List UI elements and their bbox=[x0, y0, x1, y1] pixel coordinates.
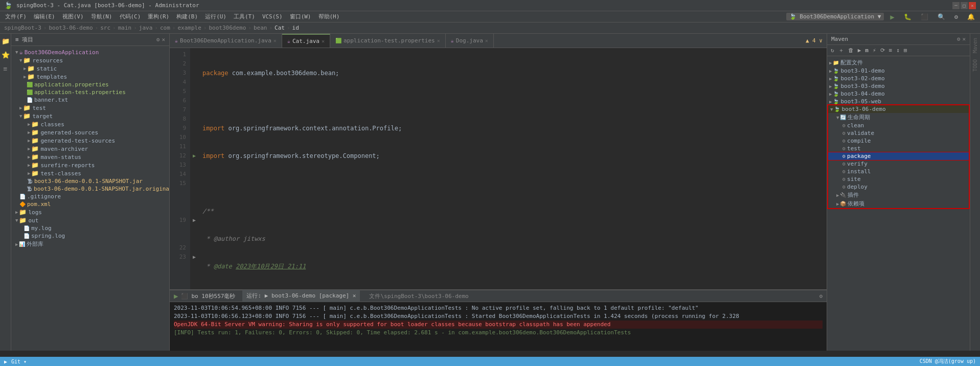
close-tab-dog[interactable]: ✕ bbox=[485, 38, 488, 43]
search-icon[interactable]: 🔍 bbox=[935, 12, 948, 21]
window-controls[interactable]: ─ □ ✕ bbox=[952, 2, 976, 9]
maven-item-test[interactable]: ⚙ test bbox=[828, 145, 969, 152]
notification-icon[interactable]: 🔔 bbox=[964, 12, 978, 21]
run-settings-icon[interactable]: ⚙ bbox=[819, 293, 823, 300]
tree-item-banner[interactable]: 📄 banner.txt bbox=[11, 96, 169, 104]
menu-item-code[interactable]: 代码(C) bbox=[117, 12, 144, 21]
tree-item-springlog[interactable]: 📄 spring.log bbox=[11, 232, 169, 240]
project-icon[interactable]: 📁 bbox=[0, 36, 11, 47]
panel-settings-icon[interactable]: ⚙ bbox=[156, 36, 160, 43]
menu-item-window[interactable]: 窗口(W) bbox=[287, 12, 314, 21]
tree-item-test[interactable]: ▶ 📁 test bbox=[11, 104, 169, 112]
menu-item-navigate[interactable]: 导航(N) bbox=[88, 12, 116, 21]
tab-boot306[interactable]: ☕ Boot306DemoApplication.java ✕ bbox=[170, 34, 282, 48]
console-output[interactable]: 2023-11-03T10:06:54.965+08:00 INFO 7156 … bbox=[170, 302, 827, 351]
minimize-button[interactable]: ─ bbox=[952, 2, 960, 9]
tab-dog[interactable]: ☕ Dog.java ✕ bbox=[446, 34, 494, 48]
run-button[interactable]: ▶ bbox=[887, 12, 897, 22]
close-tab-cat[interactable]: ✕ bbox=[322, 38, 325, 44]
maven-item-install[interactable]: ⚙ install bbox=[828, 168, 969, 175]
tree-item-generated-test-sources[interactable]: ▶ 📁 generated-test-sources bbox=[11, 136, 169, 145]
menu-item-run[interactable]: 运行(U) bbox=[202, 12, 230, 21]
tree-item-boot306[interactable]: ▼ ☕ Boot306DemoApplication bbox=[11, 48, 169, 56]
maven-collapse-icon[interactable]: ✕ bbox=[962, 36, 966, 42]
maven-item-boot303[interactable]: ▶ 🍃 boot3-03-demo bbox=[827, 82, 970, 90]
menu-item-help[interactable]: 帮助(H) bbox=[315, 12, 343, 21]
tree-item-mylog[interactable]: 📄 my.log bbox=[11, 224, 169, 232]
breadcrumb-src[interactable]: src bbox=[100, 25, 110, 31]
menu-item-build[interactable]: 构建(B) bbox=[173, 12, 201, 21]
maven-item-validate[interactable]: ⚙ validate bbox=[828, 129, 969, 137]
breadcrumb-com[interactable]: com bbox=[160, 25, 170, 31]
structure-icon[interactable]: ≡ bbox=[2, 63, 9, 74]
maven-item-plugins[interactable]: ▶ 🔌 插件 bbox=[828, 191, 969, 199]
settings-icon[interactable]: ⚙ bbox=[951, 12, 961, 21]
maven-item-lifecycle-section[interactable]: ▼ 🔄 生命周期 bbox=[828, 113, 969, 122]
breadcrumb-module[interactable]: boot3-06-demo bbox=[49, 25, 93, 31]
tree-item-external-libs[interactable]: ▶ 📊 外部库 bbox=[11, 240, 169, 248]
maven-lightning-btn[interactable]: ⚡ bbox=[871, 47, 878, 54]
maven-item-site[interactable]: ⚙ site bbox=[828, 175, 969, 183]
tree-item-logs[interactable]: ▶ 📁 logs bbox=[11, 208, 169, 216]
breadcrumb-java[interactable]: java bbox=[139, 25, 153, 31]
maven-item-package[interactable]: ⚙ package bbox=[828, 152, 969, 160]
maven-item-boot306[interactable]: ▼ 🍃 boot3-06-demo bbox=[828, 105, 969, 113]
debug-button[interactable]: 🐛 bbox=[901, 12, 915, 21]
bookmark-icon[interactable]: ⭐ bbox=[0, 50, 11, 60]
maven-remove-btn[interactable]: 🗑 bbox=[847, 47, 855, 54]
tree-item-classes[interactable]: ▶ 📁 classes bbox=[11, 120, 169, 128]
tree-item-generated-sources[interactable]: ▶ 📁 generated-sources bbox=[11, 128, 169, 136]
tree-item-static[interactable]: ▶ 📁 static bbox=[11, 64, 169, 73]
maven-item-dependencies[interactable]: ▶ 📦 依赖项 bbox=[828, 199, 969, 208]
tree-item-gitignore[interactable]: 📄 .gitignore bbox=[11, 193, 169, 200]
breadcrumb-cat[interactable]: Cat bbox=[275, 25, 285, 31]
maven-settings-icon[interactable]: ⚙ bbox=[957, 36, 961, 42]
menu-item-vcs[interactable]: VCS(S) bbox=[259, 12, 286, 21]
close-tab-app-test-prop[interactable]: ✕ bbox=[437, 38, 440, 43]
tree-item-surefire[interactable]: ▶ 📁 surefire-reports bbox=[11, 161, 169, 169]
close-button[interactable]: ✕ bbox=[969, 2, 976, 9]
maven-item-verify[interactable]: ⚙ verify bbox=[828, 160, 969, 168]
tree-item-out[interactable]: ▼ 📁 out bbox=[11, 216, 169, 224]
tree-item-templates[interactable]: ▶ 📁 templates bbox=[11, 73, 169, 81]
tree-item-pom[interactable]: 🔶 pom.xml bbox=[11, 200, 169, 208]
close-tab-boot306[interactable]: ✕ bbox=[274, 38, 277, 43]
maven-list-btn[interactable]: ≡ bbox=[887, 47, 894, 54]
status-run-icon[interactable]: ▶ bbox=[4, 359, 7, 364]
project-switcher[interactable]: 🍃 Boot306DemoApplication ▼ bbox=[786, 13, 884, 20]
menu-item-file[interactable]: 文件(F) bbox=[2, 12, 30, 21]
breadcrumb-main[interactable]: main bbox=[118, 25, 132, 31]
run-play-icon[interactable]: ▶ bbox=[174, 292, 178, 300]
stop-button[interactable]: ⬛ bbox=[918, 12, 931, 21]
menu-item-edit[interactable]: 编辑(E) bbox=[31, 12, 58, 21]
breadcrumb-id[interactable]: id bbox=[292, 25, 299, 31]
maven-item-boot305[interactable]: ▶ 🍃 boot3-05-web bbox=[827, 98, 970, 105]
todo-side-icon[interactable]: TODO bbox=[972, 57, 978, 74]
maximize-button[interactable]: □ bbox=[961, 2, 968, 9]
maven-cycle-btn[interactable]: ⟳ bbox=[879, 47, 886, 54]
tree-item-jar1[interactable]: 🗜 boot3-06-demo-0.0.1-SNAPSHOT.jar bbox=[11, 177, 169, 185]
maven-expand-btn[interactable]: ⊞ bbox=[902, 47, 909, 54]
breadcrumb-example[interactable]: example bbox=[177, 25, 201, 31]
run-stop-icon[interactable]: ⬛ bbox=[181, 293, 188, 300]
menu-item-tools[interactable]: 工具(T) bbox=[231, 12, 258, 21]
maven-side-icon[interactable]: Maven bbox=[972, 36, 978, 55]
maven-item-boot302[interactable]: ▶ 🍃 boot3-02-demo bbox=[827, 75, 970, 82]
menu-item-refactor[interactable]: 重构(R) bbox=[145, 12, 172, 21]
tab-app-test-prop[interactable]: 🟩 application-test.properties ✕ bbox=[330, 34, 446, 48]
tab-cat[interactable]: ☕ Cat.java ✕ bbox=[282, 34, 330, 48]
maven-sort-btn[interactable]: ↕ bbox=[895, 47, 901, 54]
maven-refresh-btn[interactable]: ↻ bbox=[829, 47, 836, 54]
breadcrumb-bean[interactable]: bean bbox=[254, 25, 267, 31]
menu-item-view[interactable]: 视图(V) bbox=[59, 12, 87, 21]
maven-item-config[interactable]: ▶ 📁 配置文件 bbox=[827, 58, 970, 67]
maven-item-compile[interactable]: ⚙ compile bbox=[828, 137, 969, 145]
tree-item-jar2[interactable]: 🗜 boot3-06-demo-0.0.1-SNAPSHOT.jar.origi… bbox=[11, 185, 169, 193]
tree-item-test-classes[interactable]: ▶ 📁 test-classes bbox=[11, 169, 169, 177]
breadcrumb-boot306demo[interactable]: boot306demo bbox=[209, 25, 246, 31]
tree-item-resources[interactable]: ▼ 📁 resources bbox=[11, 56, 169, 64]
panel-collapse-icon[interactable]: ✕ bbox=[162, 36, 165, 43]
run-tab-label[interactable]: 运行: ▶ boot3-06-demo [package] ✕ bbox=[242, 290, 360, 302]
tree-item-app-test-prop[interactable]: 🟩 application-test.properties bbox=[11, 88, 169, 96]
tree-item-maven-archiver[interactable]: ▶ 📁 maven-archiver bbox=[11, 145, 169, 153]
